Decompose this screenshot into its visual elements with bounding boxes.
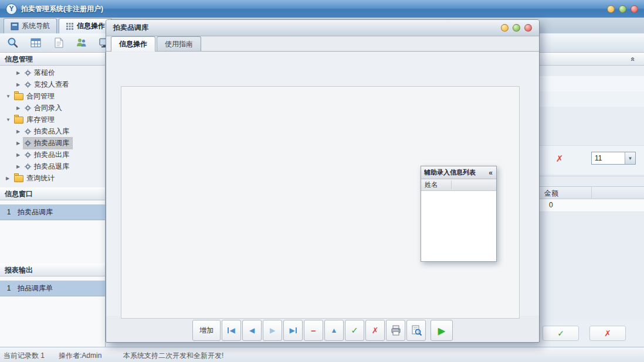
- chevron-right-icon[interactable]: ▶: [16, 164, 23, 169]
- helper-list-body[interactable]: [421, 191, 496, 261]
- tree-item-label: 拍卖品入库: [34, 127, 69, 136]
- info-window-item[interactable]: 1 拍卖品调库: [0, 204, 105, 220]
- panel-collapse-button[interactable]: «: [628, 54, 638, 64]
- chevron-right-icon[interactable]: ▶: [16, 105, 23, 111]
- search-icon: [7, 37, 19, 49]
- tool-icon: [25, 105, 31, 111]
- run-button[interactable]: ▶: [431, 320, 453, 341]
- delete-button[interactable]: −: [304, 320, 323, 341]
- maximize-button[interactable]: [619, 5, 626, 13]
- item-label: 拍卖品调库: [18, 207, 53, 217]
- tool-icon: [25, 70, 31, 76]
- prev-record-icon: ◀: [249, 326, 255, 334]
- tree-item-label: 拍卖品出库: [34, 150, 69, 160]
- next-record-button[interactable]: ▶: [263, 320, 282, 341]
- last-record-button[interactable]: ▶: [283, 320, 303, 341]
- dropdown-value: 11: [592, 154, 625, 162]
- clear-field-button[interactable]: ✗: [553, 152, 567, 165]
- chevron-down-icon[interactable]: ▼: [625, 152, 635, 164]
- chevron-right-icon[interactable]: ▶: [16, 141, 23, 146]
- tree-item-label: 拍卖品退库: [34, 162, 69, 172]
- cancel-button[interactable]: ✗: [365, 320, 385, 341]
- dialog-minimize-button[interactable]: [501, 24, 509, 32]
- tool-icon: [25, 152, 31, 158]
- name-column-header[interactable]: 姓名: [421, 180, 452, 189]
- tree-item-contract-mgmt[interactable]: ▼ 合同管理: [0, 90, 105, 102]
- close-button[interactable]: [631, 5, 638, 13]
- tab-info-operation[interactable]: 信息操作: [59, 18, 112, 33]
- section-title: 信息管理: [5, 54, 33, 64]
- chevron-down-icon[interactable]: ▼: [6, 94, 13, 99]
- delete-icon: −: [311, 326, 316, 336]
- chevron-right-icon[interactable]: ▶: [16, 152, 23, 158]
- check-icon: ✓: [351, 325, 358, 336]
- item-index: 1: [0, 208, 18, 216]
- tree-item-inventory-mgmt[interactable]: ▼ 库存管理: [0, 114, 105, 125]
- play-icon: ▶: [438, 325, 445, 336]
- chevron-down-icon[interactable]: ▼: [6, 117, 13, 122]
- chevron-right-icon[interactable]: ▶: [16, 129, 23, 134]
- tree-item-query-stats[interactable]: ▶ 查询统计: [0, 172, 105, 184]
- tree-item-label: 查询统计: [26, 173, 55, 183]
- chevron-right-icon[interactable]: ▶: [6, 176, 13, 181]
- sidebar: 信息管理 ▶ 落槌价 ▶ 竞投人查看 ▼ 合同管理 ▶ 合同录入 ▼ 库存管理: [0, 53, 106, 347]
- dialog-tab-label: 信息操作: [119, 39, 147, 49]
- helper-panel-header[interactable]: 辅助录入信息列表 «: [421, 166, 496, 179]
- dialog-maximize-button[interactable]: [513, 24, 520, 32]
- tool-icon: [25, 81, 31, 88]
- section-header-info-mgmt[interactable]: 信息管理: [0, 53, 105, 66]
- dialog-tab-user-guide[interactable]: 使用指南: [157, 36, 201, 51]
- tree-item-item-return[interactable]: ▶ 拍卖品退库: [0, 160, 105, 172]
- section-title: 信息窗口: [5, 189, 33, 199]
- tool-icon: [25, 140, 31, 146]
- app-logo-icon: Y: [6, 4, 17, 15]
- last-record-icon: ▶: [289, 326, 294, 334]
- preview-icon: [411, 325, 422, 336]
- tree-item-bidder-view[interactable]: ▶ 竞投人查看: [0, 78, 105, 90]
- background-cancel-button[interactable]: ✗: [589, 326, 626, 341]
- section-header-report-output[interactable]: 报表输出: [0, 264, 105, 276]
- tool-icon: [25, 163, 31, 170]
- add-button[interactable]: 增加: [192, 320, 221, 341]
- window-controls: [607, 5, 638, 13]
- dialog-bottom-toolbar: 增加 ◀ ◀ ▶ ▶ − ▲ ✓ ✗ ▶: [106, 317, 539, 343]
- print-button[interactable]: [386, 320, 405, 341]
- last-record-bar: [296, 327, 297, 333]
- confirm-button[interactable]: ✓: [345, 320, 364, 341]
- tree-item-hammer-price[interactable]: ▶ 落槌价: [0, 67, 105, 78]
- report-output-item[interactable]: 1 拍品调库单: [0, 281, 105, 296]
- tab-info-operation-label: 信息操作: [77, 21, 105, 31]
- page-size-dropdown[interactable]: 11 ▼: [591, 152, 636, 165]
- search-button[interactable]: [5, 35, 21, 50]
- chevron-right-icon[interactable]: ▶: [16, 70, 23, 76]
- folder-icon: [14, 117, 23, 124]
- helper-panel-title: 辅助录入信息列表: [424, 168, 488, 177]
- collapse-left-icon[interactable]: «: [488, 169, 493, 177]
- folder-icon: [14, 175, 23, 182]
- tree-item-contract-entry[interactable]: ▶ 合同录入: [0, 102, 105, 114]
- document-button[interactable]: [51, 35, 66, 50]
- post-button[interactable]: ▲: [324, 320, 344, 341]
- users-button[interactable]: [74, 35, 89, 50]
- amount-cell: 0: [549, 201, 553, 209]
- tab-system-nav[interactable]: 系统导航: [4, 18, 57, 33]
- dialog-tab-info-operation[interactable]: 信息操作: [111, 36, 155, 52]
- report-output-list: 1 拍品调库单: [0, 276, 105, 347]
- chevron-right-icon[interactable]: ▶: [16, 82, 23, 87]
- table-view-button[interactable]: [28, 35, 43, 50]
- first-record-button[interactable]: ◀: [222, 320, 241, 341]
- dialog-close-button[interactable]: [524, 24, 532, 32]
- background-confirm-button[interactable]: ✓: [543, 326, 579, 341]
- printer-icon: [390, 325, 402, 336]
- prev-record-button[interactable]: ◀: [242, 320, 262, 341]
- minimize-button[interactable]: [607, 5, 615, 13]
- tree-item-item-outbound[interactable]: ▶ 拍卖品出库: [0, 149, 105, 160]
- dialog-titlebar[interactable]: 拍卖品调库: [106, 20, 539, 36]
- tree-item-item-transfer[interactable]: ▶ 拍卖品调库: [0, 137, 105, 149]
- tool-icon: [25, 128, 31, 135]
- app-title: 拍卖管理系统(非注册用户): [21, 4, 103, 14]
- preview-button[interactable]: [406, 320, 426, 341]
- users-icon: [76, 37, 87, 49]
- section-header-info-window[interactable]: 信息窗口: [0, 187, 105, 200]
- tree-item-item-inbound[interactable]: ▶ 拍卖品入库: [0, 125, 105, 137]
